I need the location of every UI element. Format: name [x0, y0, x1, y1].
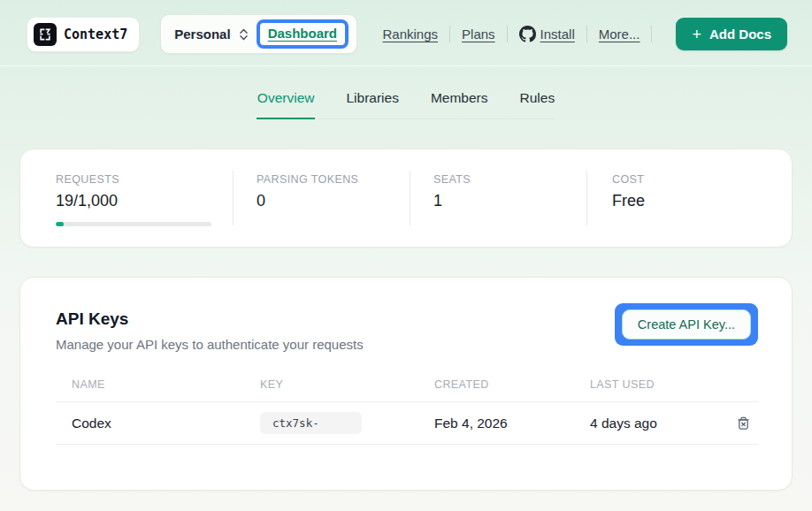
col-header-key: KEY: [244, 378, 418, 391]
col-header-actions: [719, 378, 758, 391]
col-header-created: CREATED: [418, 378, 574, 391]
api-key-created: Feb 4, 2026: [418, 416, 574, 431]
col-header-name: NAME: [56, 378, 244, 391]
api-key-name: Codex: [56, 416, 244, 431]
brand-name: Context7: [64, 27, 127, 42]
api-key-last-used: 4 days ago: [574, 416, 719, 431]
tab-libraries[interactable]: Libraries: [345, 90, 399, 118]
workspace-selector-pill: Personal Dashboard: [160, 14, 357, 54]
tab-rules[interactable]: Rules: [519, 90, 556, 118]
context7-logo-icon: [34, 23, 57, 46]
trash-icon: [736, 416, 751, 431]
stat-seats: SEATS 1: [410, 171, 586, 225]
tab-members[interactable]: Members: [430, 90, 489, 118]
stat-value: 0: [257, 192, 410, 210]
plus-icon: +: [692, 28, 701, 41]
dashboard-link[interactable]: Dashboard: [268, 26, 337, 41]
nav-divider: [586, 26, 587, 42]
usage-stats-card: REQUESTS 19/1,000 PARSING TOKENS 0 SEATS…: [19, 149, 793, 248]
tab-bar: Overview Libraries Members Rules: [0, 90, 812, 119]
nav-link-install[interactable]: Install: [519, 26, 575, 42]
stat-label: REQUESTS: [56, 173, 233, 186]
annotation-highlight-dashboard: Dashboard: [257, 19, 349, 49]
requests-progress-fill: [56, 222, 64, 226]
requests-progress-bar: [56, 222, 211, 226]
api-keys-heading: API Keys Manage your API keys to authent…: [56, 309, 364, 352]
api-key-value-cell: ctx7sk-: [244, 412, 418, 434]
api-keys-card: API Keys Manage your API keys to authent…: [19, 277, 793, 491]
brand-logo[interactable]: Context7: [27, 17, 140, 52]
api-keys-subtitle: Manage your API keys to authenticate you…: [56, 337, 364, 352]
delete-api-key-button[interactable]: [734, 414, 753, 433]
stat-parsing-tokens: PARSING TOKENS 0: [233, 171, 410, 225]
top-header: Context7 Personal Dashboard Rankings Pla…: [0, 0, 812, 66]
add-docs-label: Add Docs: [709, 27, 771, 42]
table-row: Codex ctx7sk- Feb 4, 2026 4 days ago: [56, 402, 758, 445]
github-icon: [519, 26, 536, 42]
stat-value: Free: [612, 192, 792, 210]
install-label: Install: [540, 27, 575, 42]
nav-link-rankings[interactable]: Rankings: [383, 27, 439, 42]
header-nav: Rankings Plans Install More... + Add Doc…: [383, 18, 787, 50]
nav-divider: [651, 26, 652, 42]
nav-link-more[interactable]: More...: [599, 27, 640, 42]
table-header-row: NAME KEY CREATED LAST USED: [56, 378, 758, 402]
stat-cost: COST Free: [586, 171, 792, 225]
api-key-chip: ctx7sk-: [260, 412, 362, 434]
add-docs-button[interactable]: + Add Docs: [676, 18, 787, 50]
stat-label: PARSING TOKENS: [257, 173, 410, 186]
api-keys-title: API Keys: [56, 309, 364, 329]
create-api-key-button[interactable]: Create API Key...: [622, 309, 751, 339]
nav-link-plans[interactable]: Plans: [462, 27, 495, 42]
api-keys-table: NAME KEY CREATED LAST USED Codex ctx7sk-…: [56, 378, 758, 445]
stat-requests: REQUESTS 19/1,000: [20, 171, 233, 225]
col-header-last-used: LAST USED: [574, 378, 719, 391]
nav-divider: [449, 26, 450, 42]
stat-value: 1: [433, 192, 586, 210]
stat-value: 19/1,000: [56, 192, 233, 210]
stat-label: SEATS: [433, 173, 586, 186]
workspace-select[interactable]: Personal: [174, 27, 248, 42]
stat-label: COST: [612, 173, 792, 186]
tab-overview[interactable]: Overview: [257, 90, 316, 119]
workspace-selected-value: Personal: [174, 27, 230, 42]
nav-divider: [507, 26, 508, 42]
annotation-highlight-create-api-key: Create API Key...: [615, 303, 758, 346]
chevron-up-down-icon: [239, 27, 249, 42]
